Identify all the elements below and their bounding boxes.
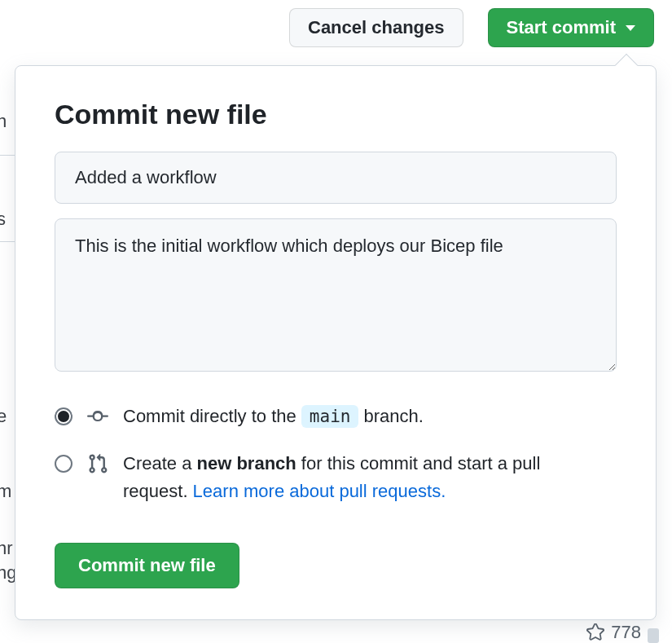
branch-label: main <box>301 405 359 428</box>
option-direct-text: Commit directly to the main branch. <box>123 403 456 430</box>
git-commit-icon <box>87 406 108 427</box>
commit-popover: Commit new file This is the initial work… <box>15 65 657 620</box>
option-new-branch[interactable]: Create a new branch for this commit and … <box>55 450 617 505</box>
popover-arrow-icon <box>615 54 638 77</box>
option-new-branch-text: Create a new branch for this commit and … <box>123 450 617 505</box>
cancel-changes-button[interactable]: Cancel changes <box>289 8 463 47</box>
commit-new-file-button[interactable]: Commit new file <box>55 543 239 588</box>
commit-description-input[interactable]: This is the initial workflow which deplo… <box>55 218 617 372</box>
start-commit-label: Start commit <box>507 17 616 38</box>
scrollbar-stub <box>648 628 659 643</box>
star-count-value: 778 <box>611 622 641 643</box>
star-icon <box>586 623 604 641</box>
popover-title: Commit new file <box>55 99 617 130</box>
git-pull-request-icon <box>87 453 108 474</box>
start-commit-button[interactable]: Start commit <box>488 8 654 47</box>
learn-more-link[interactable]: Learn more about pull requests. <box>193 481 446 501</box>
option-commit-direct[interactable]: Commit directly to the main branch. <box>55 403 617 430</box>
dropdown-caret-icon <box>626 25 635 31</box>
radio-commit-direct[interactable] <box>55 407 72 425</box>
radio-new-branch[interactable] <box>55 455 72 473</box>
commit-summary-input[interactable] <box>55 152 617 204</box>
star-count: 778 <box>586 622 641 643</box>
